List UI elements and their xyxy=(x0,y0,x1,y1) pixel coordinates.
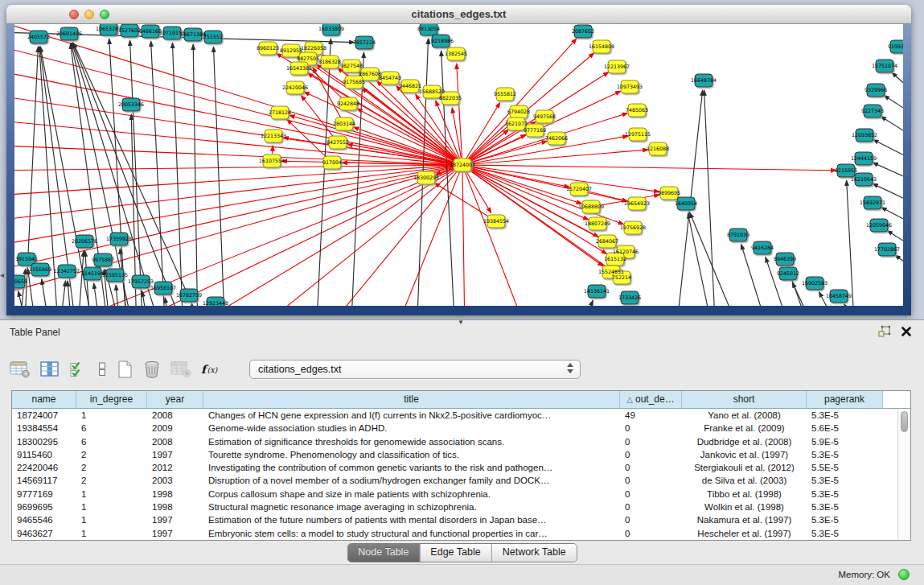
graph-node[interactable] xyxy=(870,219,888,232)
graph-node[interactable] xyxy=(58,265,76,278)
graph-node[interactable] xyxy=(864,196,881,209)
graph-node[interactable] xyxy=(122,98,140,111)
window-titlebar[interactable]: citations_edges.txt xyxy=(6,5,911,24)
table-cell[interactable]: Jankovic et al. (1997) xyxy=(682,448,807,461)
column-header-title[interactable]: title xyxy=(203,391,620,409)
graph-node[interactable] xyxy=(677,197,695,210)
table-cell[interactable]: 2008 xyxy=(147,435,203,448)
table-cell[interactable]: 1997 xyxy=(147,527,203,540)
graph-edge[interactable] xyxy=(351,52,363,306)
table-mode-icon[interactable] xyxy=(10,360,31,378)
table-row[interactable]: 1938455462009Genome-wide association stu… xyxy=(12,422,897,435)
table-cell[interactable]: Tourette syndrome. Phenomenology and cla… xyxy=(203,448,620,461)
table-cell[interactable]: 5.3E-5 xyxy=(807,501,883,513)
table-cell[interactable]: Franke et al. (2009) xyxy=(682,422,807,435)
column-header-out_de[interactable]: △out_de… xyxy=(620,391,682,409)
graph-node[interactable] xyxy=(536,110,553,123)
graph-edge[interactable] xyxy=(42,279,51,306)
table-cell[interactable]: 1 xyxy=(76,501,147,513)
graph-node[interactable] xyxy=(361,68,379,80)
table-cell[interactable]: 2 xyxy=(76,461,147,474)
graph-node[interactable] xyxy=(629,128,647,141)
graph-edge[interactable] xyxy=(392,171,460,306)
graph-node[interactable] xyxy=(695,74,713,87)
graph-node[interactable] xyxy=(94,253,112,266)
graph-node[interactable] xyxy=(441,92,459,105)
graph-node[interactable] xyxy=(628,104,646,117)
graph-node[interactable] xyxy=(628,197,646,210)
graph-edge[interactable] xyxy=(468,118,512,160)
graph-node[interactable] xyxy=(271,106,289,119)
graph-node[interactable] xyxy=(14,275,25,288)
graph-node[interactable] xyxy=(837,164,855,177)
graph-node[interactable] xyxy=(589,217,606,230)
graph-edge[interactable] xyxy=(434,183,490,217)
collapse-panel-arrow-icon[interactable]: ◂ xyxy=(0,270,4,279)
table-cell[interactable]: Dudbridge et al. (2008) xyxy=(682,435,807,448)
graph-node[interactable] xyxy=(876,60,893,72)
table-cell[interactable]: 18724007 xyxy=(12,409,76,422)
graph-node[interactable] xyxy=(121,24,138,37)
table-cell[interactable]: Wolkin et al. (1998) xyxy=(682,501,807,513)
graph-node[interactable] xyxy=(76,235,93,248)
graph-node[interactable] xyxy=(204,31,222,43)
graph-node[interactable] xyxy=(345,76,363,89)
table-cell[interactable]: 5.3E-5 xyxy=(807,448,883,461)
table-cell[interactable]: 6 xyxy=(76,422,147,435)
graph-node[interactable] xyxy=(729,229,747,241)
graph-edge[interactable] xyxy=(586,191,628,201)
table-cell[interactable]: 49 xyxy=(620,409,682,422)
table-row[interactable]: 946362711997Embryonic stem cells: a mode… xyxy=(12,527,897,540)
float-panel-icon[interactable] xyxy=(877,325,892,338)
graph-node[interactable] xyxy=(321,56,339,68)
table-cell[interactable]: 9465546 xyxy=(12,513,76,526)
graph-node[interactable] xyxy=(31,263,49,276)
table-row[interactable]: 969969511998Structural magnetic resonanc… xyxy=(12,501,897,513)
graph-node[interactable] xyxy=(548,132,565,145)
show-columns-icon[interactable] xyxy=(39,360,60,378)
table-cell[interactable]: Structural magnetic resonance image aver… xyxy=(203,501,620,513)
table-cell[interactable]: 0 xyxy=(620,501,682,513)
tab-node-table[interactable]: Node Table xyxy=(347,544,419,562)
graph-node[interactable] xyxy=(163,27,181,39)
table-row[interactable]: 1456911722003Disruption of a novel membe… xyxy=(12,474,897,487)
table-row[interactable]: 1830029562008Estimation of significance … xyxy=(12,435,897,448)
graph-node[interactable] xyxy=(570,183,588,196)
table-cell[interactable]: 5.6E-5 xyxy=(807,422,883,435)
table-vertical-scrollbar[interactable] xyxy=(897,409,910,540)
graph-node[interactable] xyxy=(100,24,117,35)
table-cell[interactable]: Hescheler et al. (1997) xyxy=(682,527,807,540)
table-row[interactable]: 911546021997Tourette syndrome. Phenomeno… xyxy=(12,448,897,461)
graph-node[interactable] xyxy=(329,136,347,149)
graph-node[interactable] xyxy=(84,267,101,280)
delete-table-icon[interactable] xyxy=(142,360,162,379)
new-table-icon[interactable] xyxy=(116,360,133,379)
memory-ok-indicator[interactable] xyxy=(898,569,910,580)
graph-node[interactable] xyxy=(660,187,678,200)
graph-node[interactable] xyxy=(207,297,224,306)
table-cell[interactable]: Yano et al. (2008) xyxy=(682,409,807,422)
graph-node[interactable] xyxy=(381,72,399,84)
graph-node[interactable] xyxy=(621,80,639,93)
table-cell[interactable]: 5.5E-5 xyxy=(807,461,883,474)
table-cell[interactable]: 19384554 xyxy=(12,422,76,435)
graph-node[interactable] xyxy=(184,28,202,41)
graph-edge[interactable] xyxy=(470,165,836,171)
table-cell[interactable]: Tibbo et al. (1998) xyxy=(682,488,807,501)
graph-node[interactable] xyxy=(588,285,606,298)
column-header-in_degree[interactable]: in_degree xyxy=(76,391,147,409)
graph-node[interactable] xyxy=(496,88,514,101)
graph-node[interactable] xyxy=(856,129,873,142)
graph-edge[interactable] xyxy=(468,53,594,160)
table-cell[interactable]: Corpus callosum shape and size in male p… xyxy=(203,488,620,501)
tab-edge-table[interactable]: Edge Table xyxy=(419,544,491,562)
graph-node[interactable] xyxy=(574,25,592,38)
graph-node[interactable] xyxy=(423,85,441,98)
tab-network-table[interactable]: Network Table xyxy=(491,544,577,562)
graph-node[interactable] xyxy=(355,36,373,49)
graph-node[interactable] xyxy=(286,81,304,94)
graph-edge[interactable] xyxy=(213,47,225,306)
table-cell[interactable]: Investigating the contribution of common… xyxy=(203,461,620,474)
table-cell[interactable]: 0 xyxy=(620,527,682,540)
table-cell[interactable]: Embryonic stem cells: a model to study s… xyxy=(203,527,620,540)
